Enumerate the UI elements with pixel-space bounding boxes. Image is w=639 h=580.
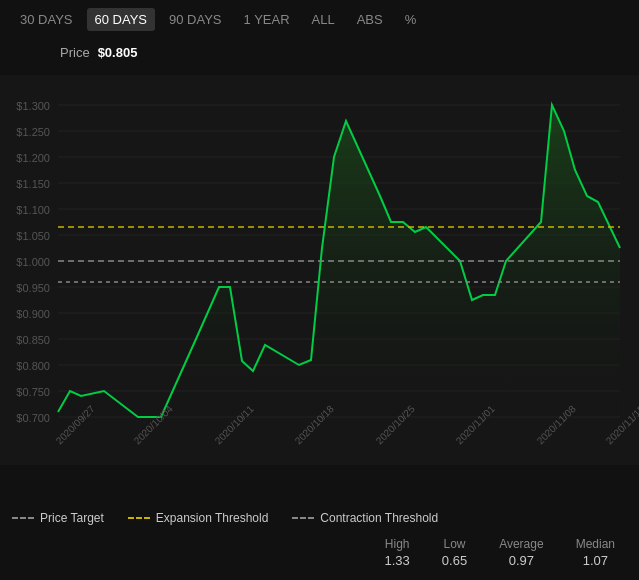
stat-med-label: Median (576, 537, 615, 551)
stat-low-value: 0.65 (442, 553, 467, 568)
btn-percent[interactable]: % (397, 8, 425, 31)
contraction-line-icon (292, 517, 314, 519)
btn-all[interactable]: ALL (304, 8, 343, 31)
svg-text:$0.950: $0.950 (16, 282, 50, 294)
main-container: 30 DAYS 60 DAYS 90 DAYS 1 YEAR ALL ABS %… (0, 0, 639, 580)
stats-bar: High 1.33 Low 0.65 Average 0.97 Median 1… (0, 531, 639, 580)
chart-area: Price $0.805 $1.300 $1.250 $1.200 $1.150… (0, 39, 639, 501)
stat-median: Median 1.07 (576, 537, 615, 568)
legend-price-target: Price Target (12, 511, 104, 525)
svg-text:$0.900: $0.900 (16, 308, 50, 320)
contraction-label: Contraction Threshold (320, 511, 438, 525)
expansion-line-icon (128, 517, 150, 519)
svg-text:$1.250: $1.250 (16, 126, 50, 138)
price-chart: $1.300 $1.250 $1.200 $1.150 $1.100 $1.05… (0, 39, 639, 501)
btn-30days[interactable]: 30 DAYS (12, 8, 81, 31)
btn-60days[interactable]: 60 DAYS (87, 8, 156, 31)
svg-text:$0.700: $0.700 (16, 412, 50, 424)
price-target-label: Price Target (40, 511, 104, 525)
svg-text:$1.150: $1.150 (16, 178, 50, 190)
stat-low-label: Low (443, 537, 465, 551)
svg-text:$0.800: $0.800 (16, 360, 50, 372)
legend: Price Target Expansion Threshold Contrac… (0, 501, 639, 531)
stat-average: Average 0.97 (499, 537, 543, 568)
stat-med-value: 1.07 (583, 553, 608, 568)
svg-text:$0.850: $0.850 (16, 334, 50, 346)
btn-abs[interactable]: ABS (349, 8, 391, 31)
svg-text:$1.100: $1.100 (16, 204, 50, 216)
expansion-label: Expansion Threshold (156, 511, 269, 525)
svg-text:$1.300: $1.300 (16, 100, 50, 112)
stat-high-value: 1.33 (385, 553, 410, 568)
svg-text:$1.200: $1.200 (16, 152, 50, 164)
legend-expansion: Expansion Threshold (128, 511, 269, 525)
stat-avg-value: 0.97 (509, 553, 534, 568)
stat-high: High 1.33 (385, 537, 410, 568)
btn-90days[interactable]: 90 DAYS (161, 8, 230, 31)
svg-text:$0.750: $0.750 (16, 386, 50, 398)
price-value: $0.805 (98, 45, 138, 60)
chart-header: Price $0.805 (60, 45, 137, 60)
legend-contraction: Contraction Threshold (292, 511, 438, 525)
btn-1year[interactable]: 1 YEAR (236, 8, 298, 31)
stat-avg-label: Average (499, 537, 543, 551)
stat-high-label: High (385, 537, 410, 551)
svg-text:$1.000: $1.000 (16, 256, 50, 268)
stat-low: Low 0.65 (442, 537, 467, 568)
price-label: Price (60, 45, 90, 60)
toolbar: 30 DAYS 60 DAYS 90 DAYS 1 YEAR ALL ABS % (0, 0, 639, 39)
svg-text:$1.050: $1.050 (16, 230, 50, 242)
price-target-line-icon (12, 517, 34, 519)
